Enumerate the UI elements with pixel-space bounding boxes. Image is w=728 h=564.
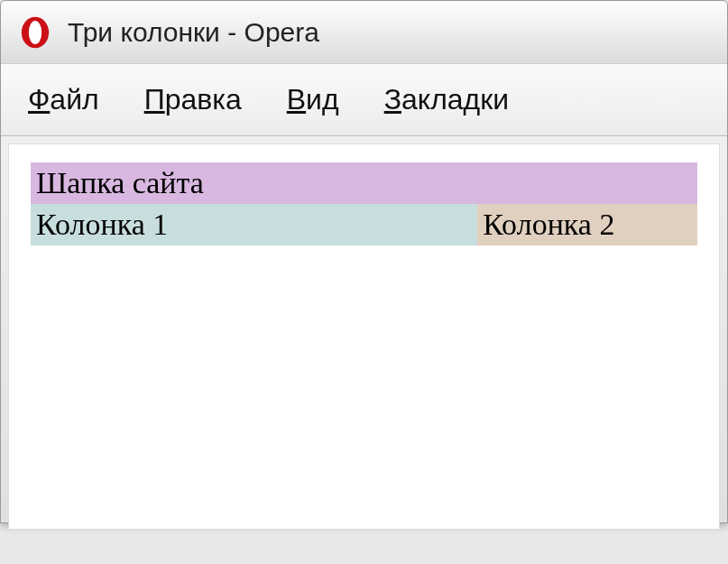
menu-view[interactable]: Вид: [287, 83, 339, 116]
window-title: Три колонки - Opera: [68, 17, 319, 48]
browser-window: Три колонки - Opera Файл Правка Вид Закл…: [0, 0, 728, 523]
menu-file[interactable]: Файл: [28, 83, 99, 116]
column-1: Колонка 1: [31, 204, 477, 245]
menu-bookmarks[interactable]: Закладки: [384, 83, 510, 116]
column-2: Колонка 2: [477, 204, 697, 245]
columns-row: Колонка 1 Колонка 2: [31, 204, 697, 245]
opera-icon: [19, 16, 51, 49]
menubar: Файл Правка Вид Закладки: [1, 64, 727, 136]
menu-edit[interactable]: Правка: [144, 83, 242, 116]
titlebar[interactable]: Три колонки - Opera: [1, 1, 727, 64]
site-header: Шапка сайта: [31, 162, 697, 204]
page-content: Шапка сайта Колонка 1 Колонка 2: [8, 143, 720, 530]
